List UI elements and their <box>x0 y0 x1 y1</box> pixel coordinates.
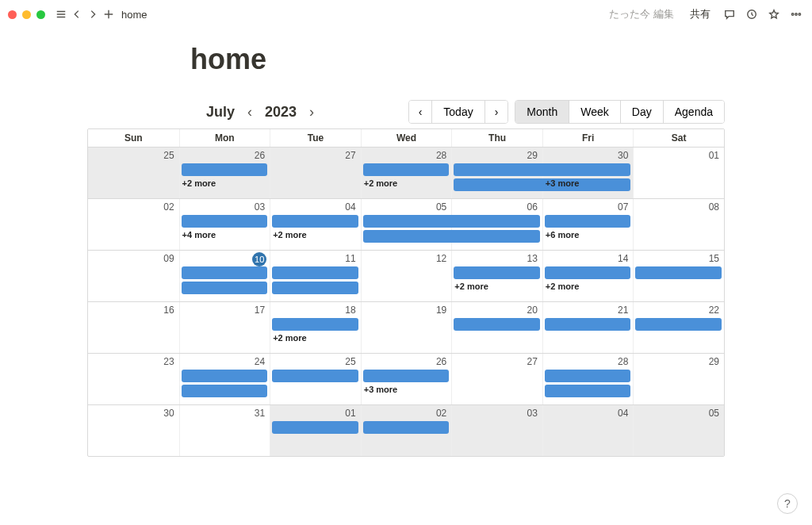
day-number: 16 <box>163 305 174 316</box>
help-button[interactable]: ? <box>777 493 798 514</box>
calendar-event[interactable] <box>454 266 540 279</box>
day-number: 18 <box>345 305 355 316</box>
maximize-window-button[interactable] <box>36 10 45 19</box>
calendar-event[interactable] <box>182 370 268 382</box>
day-of-week-header: Sun Mon Tue Wed Thu Fri Sat <box>88 129 724 147</box>
view-month-button[interactable]: Month <box>515 101 569 123</box>
more-events-link[interactable]: +3 more <box>364 385 398 394</box>
view-day-button[interactable]: Day <box>620 101 663 123</box>
day-number: 03 <box>527 408 537 419</box>
day-cell[interactable]: 03 <box>451 405 542 456</box>
calendar-event[interactable] <box>182 266 268 279</box>
day-number: 02 <box>163 201 174 213</box>
calendar-event[interactable] <box>545 370 631 382</box>
day-cell[interactable]: 25 <box>88 148 179 198</box>
calendar-event[interactable] <box>272 421 358 434</box>
page-title[interactable]: home <box>190 43 725 76</box>
calendar-event[interactable] <box>272 318 358 331</box>
calendar-event[interactable] <box>182 282 268 294</box>
more-events-link[interactable]: +2 more <box>182 178 216 188</box>
day-number: 05 <box>709 408 719 419</box>
day-number: 07 <box>618 201 628 213</box>
day-cell[interactable]: 12 <box>361 251 452 301</box>
calendar-event[interactable] <box>182 385 268 397</box>
more-events-link[interactable]: +2 more <box>546 282 580 291</box>
day-cell[interactable]: 17 <box>179 302 270 353</box>
calendar-event[interactable] <box>545 266 631 279</box>
calendar-event[interactable] <box>182 163 268 176</box>
calendar-event[interactable] <box>363 230 540 243</box>
day-number-today: 10 <box>252 252 266 266</box>
nav-prev-button[interactable]: ‹ <box>409 101 432 123</box>
day-number: 20 <box>527 305 537 316</box>
calendar-event[interactable] <box>545 318 631 331</box>
calendar-event[interactable] <box>272 215 358 228</box>
calendar-week: 30310102030405 <box>88 404 724 456</box>
calendar-event[interactable] <box>182 215 268 228</box>
day-cell[interactable]: 19 <box>361 302 452 353</box>
comments-icon[interactable] <box>722 6 737 22</box>
calendar-event[interactable] <box>272 282 358 294</box>
calendar-event[interactable] <box>545 215 631 228</box>
calendar-event[interactable] <box>454 163 630 176</box>
share-button[interactable]: 共有 <box>690 7 710 21</box>
day-cell[interactable]: 08 <box>633 199 724 250</box>
day-cell[interactable]: 31 <box>179 405 270 456</box>
calendar-event[interactable] <box>545 385 631 397</box>
close-window-button[interactable] <box>8 10 17 19</box>
day-cell[interactable]: 04 <box>542 405 634 456</box>
calendar-event[interactable] <box>635 266 722 279</box>
calendar-event[interactable] <box>272 266 358 279</box>
next-month-button[interactable]: › <box>304 104 319 121</box>
more-events-link[interactable]: +2 more <box>273 230 307 240</box>
dow-sun: Sun <box>88 129 179 147</box>
day-cell[interactable]: 30 <box>88 405 179 456</box>
calendar-week: 16171819202122+2 more <box>88 301 724 353</box>
breadcrumb[interactable]: home <box>121 9 147 21</box>
more-events-link[interactable]: +6 more <box>546 230 580 240</box>
sidebar-menu-icon[interactable] <box>53 6 69 22</box>
more-events-link[interactable]: +2 more <box>364 178 398 188</box>
prev-month-button[interactable]: ‹ <box>243 104 257 121</box>
calendar-week: 09101112131415+2 more+2 more <box>88 250 724 301</box>
new-page-icon[interactable] <box>101 6 117 22</box>
more-events-link[interactable]: +4 more <box>182 230 216 240</box>
calendar-event[interactable] <box>454 178 630 191</box>
day-number: 12 <box>436 253 446 264</box>
more-events-link[interactable]: +2 more <box>454 282 488 291</box>
day-cell[interactable]: 27 <box>270 148 361 198</box>
more-events-link[interactable]: +3 more <box>546 178 580 188</box>
day-cell[interactable]: 27 <box>451 354 542 404</box>
nav-today-button[interactable]: Today <box>431 101 484 123</box>
day-number: 08 <box>709 201 719 213</box>
day-cell[interactable]: 29 <box>633 354 724 404</box>
day-cell[interactable]: 16 <box>88 302 179 353</box>
minimize-window-button[interactable] <box>22 10 31 19</box>
day-number: 27 <box>527 356 537 367</box>
calendar-month-label: July <box>206 104 235 121</box>
calendar-event[interactable] <box>635 318 722 331</box>
day-cell[interactable]: 05 <box>633 405 724 456</box>
favorite-icon[interactable] <box>766 6 782 22</box>
day-cell[interactable]: 02 <box>88 199 179 250</box>
back-icon[interactable] <box>69 6 85 22</box>
view-agenda-button[interactable]: Agenda <box>663 101 724 123</box>
calendar-event[interactable] <box>363 421 450 434</box>
forward-icon[interactable] <box>85 6 101 22</box>
view-week-button[interactable]: Week <box>569 101 620 123</box>
calendar-event[interactable] <box>272 370 358 382</box>
updates-icon[interactable] <box>744 6 760 22</box>
day-number: 29 <box>527 150 537 161</box>
day-number: 22 <box>709 305 719 316</box>
calendar-event[interactable] <box>363 370 450 382</box>
day-cell[interactable]: 01 <box>633 148 724 198</box>
calendar-event[interactable] <box>454 318 540 331</box>
nav-next-button[interactable]: › <box>485 101 508 123</box>
calendar-event[interactable] <box>363 215 540 228</box>
day-cell[interactable]: 23 <box>88 354 179 404</box>
calendar-event[interactable] <box>363 163 450 176</box>
day-number: 31 <box>255 408 265 419</box>
more-icon[interactable] <box>788 6 804 22</box>
day-cell[interactable]: 09 <box>88 251 179 301</box>
more-events-link[interactable]: +2 more <box>273 333 307 343</box>
